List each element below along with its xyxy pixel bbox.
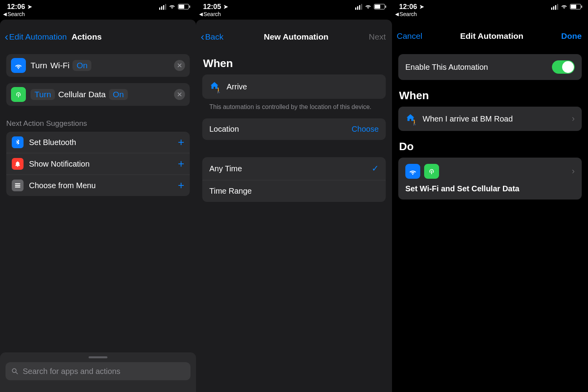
nav-title: Actions bbox=[71, 32, 102, 42]
back-triangle-icon: ◀ bbox=[395, 11, 399, 17]
search-input[interactable]: Search for apps and actions bbox=[5, 362, 191, 380]
do-actions[interactable]: › Set Wi-Fi and Set Cellular Data bbox=[398, 158, 582, 200]
screen-actions: 12:06 ➤ ◀ Search ‹ Edit Automation Actio… bbox=[0, 0, 196, 392]
status-time: 12:06 bbox=[399, 3, 417, 11]
wifi-state-pill[interactable]: On bbox=[73, 60, 91, 71]
nav-back[interactable]: ‹ Back bbox=[201, 31, 223, 42]
wifi-icon bbox=[405, 164, 420, 179]
cellular-icon bbox=[11, 87, 26, 102]
when-header: When bbox=[399, 89, 581, 102]
search-tray[interactable]: Search for apps and actions bbox=[0, 352, 196, 392]
suggestions-list: Set Bluetooth + Show Notification + Choo… bbox=[6, 132, 190, 196]
status-time: 12:05 bbox=[203, 3, 221, 11]
battery-icon bbox=[570, 4, 581, 9]
when-condition[interactable]: 🚶 When I arrive at BM Road › bbox=[398, 107, 582, 131]
grab-handle[interactable] bbox=[89, 356, 107, 358]
back-to-app[interactable]: ◀ Search bbox=[196, 10, 392, 17]
status-bar: 12:05 ➤ bbox=[196, 0, 392, 10]
time-option-any[interactable]: Any Time ✓ bbox=[202, 157, 386, 180]
trigger-arrive[interactable]: 🚶 Arrive bbox=[202, 74, 386, 99]
status-bar: 12:06 ➤ bbox=[392, 0, 588, 10]
nav-bar: Cancel Edit Automation Done bbox=[392, 20, 588, 46]
chevron-left-icon: ‹ bbox=[5, 31, 8, 42]
delete-action-button[interactable]: ✕ bbox=[174, 60, 185, 71]
suggestion-menu[interactable]: Choose from Menu + bbox=[6, 175, 190, 196]
enable-automation-cell: Enable This Automation bbox=[398, 54, 582, 80]
bluetooth-icon bbox=[12, 136, 24, 148]
delete-action-button[interactable]: ✕ bbox=[174, 89, 185, 100]
trigger-footnote: This automation is controlled by the loc… bbox=[202, 99, 386, 111]
nav-bar: ‹ Edit Automation Actions bbox=[0, 20, 196, 48]
nav-title: New Automation bbox=[264, 32, 328, 42]
wifi-icon bbox=[11, 58, 26, 73]
choose-location-button[interactable]: Choose bbox=[352, 125, 379, 134]
chevron-right-icon: › bbox=[572, 166, 575, 176]
add-icon: + bbox=[178, 158, 184, 170]
chevron-left-icon: ‹ bbox=[201, 31, 204, 42]
location-icon: ➤ bbox=[223, 4, 228, 10]
content-area: Turn Wi-Fi On ✕ Turn Cellular Data On ✕ … bbox=[0, 48, 196, 392]
nav-bar: ‹ Back New Automation Next bbox=[196, 20, 392, 48]
screen-edit-automation: 12:06 ➤ ◀ Search Cancel Edit Automation … bbox=[392, 0, 588, 392]
time-option-range[interactable]: Time Range bbox=[202, 180, 386, 202]
bell-icon bbox=[12, 158, 24, 170]
cellular-state-pill[interactable]: On bbox=[109, 89, 128, 100]
add-icon: + bbox=[178, 136, 184, 149]
checkmark-icon: ✓ bbox=[372, 163, 379, 174]
cellular-signal-icon bbox=[159, 4, 166, 10]
cancel-button[interactable]: Cancel bbox=[397, 31, 422, 41]
content-area: When 🚶 Arrive This automation is control… bbox=[196, 48, 392, 392]
location-icon: ➤ bbox=[419, 4, 424, 10]
back-to-app[interactable]: ◀ Search bbox=[392, 10, 588, 17]
action-set-cellular[interactable]: Turn Cellular Data On ✕ bbox=[6, 83, 190, 106]
cellular-signal-icon bbox=[355, 4, 362, 10]
next-button[interactable]: Next bbox=[369, 32, 386, 42]
cellular-icon bbox=[424, 164, 439, 179]
battery-icon bbox=[178, 4, 189, 9]
done-button[interactable]: Done bbox=[561, 31, 582, 41]
back-triangle-icon: ◀ bbox=[3, 11, 7, 17]
location-cell[interactable]: Location Choose bbox=[202, 118, 386, 140]
arrive-icon: 🚶 bbox=[405, 113, 417, 125]
screen-new-automation: 12:05 ➤ ◀ Search ‹ Back New Automation N… bbox=[196, 0, 392, 392]
status-bar: 12:06 ➤ bbox=[0, 0, 196, 10]
back-triangle-icon: ◀ bbox=[199, 11, 203, 17]
suggestions-header: Next Action Suggestions bbox=[6, 119, 190, 128]
back-to-app[interactable]: ◀ Search bbox=[0, 10, 196, 17]
chevron-right-icon: › bbox=[572, 114, 575, 124]
nav-title: Edit Automation bbox=[460, 31, 523, 41]
add-icon: + bbox=[178, 179, 184, 192]
battery-icon bbox=[374, 4, 385, 9]
suggestion-notification[interactable]: Show Notification + bbox=[6, 153, 190, 175]
arrive-icon: 🚶 bbox=[209, 81, 221, 93]
do-header: Do bbox=[399, 140, 581, 153]
when-header: When bbox=[203, 57, 385, 70]
menu-icon bbox=[12, 180, 24, 191]
location-icon: ➤ bbox=[27, 4, 32, 10]
suggestion-bluetooth[interactable]: Set Bluetooth + bbox=[6, 132, 190, 153]
cellular-signal-icon bbox=[551, 4, 558, 10]
action-set-wifi[interactable]: Turn Wi-Fi On ✕ bbox=[6, 54, 190, 77]
content-area: Enable This Automation When 🚶 When I arr… bbox=[392, 46, 588, 392]
search-icon bbox=[11, 367, 19, 375]
enable-toggle[interactable] bbox=[552, 60, 575, 74]
status-time: 12:06 bbox=[7, 3, 25, 11]
nav-back[interactable]: ‹ Edit Automation Actions bbox=[5, 31, 102, 42]
